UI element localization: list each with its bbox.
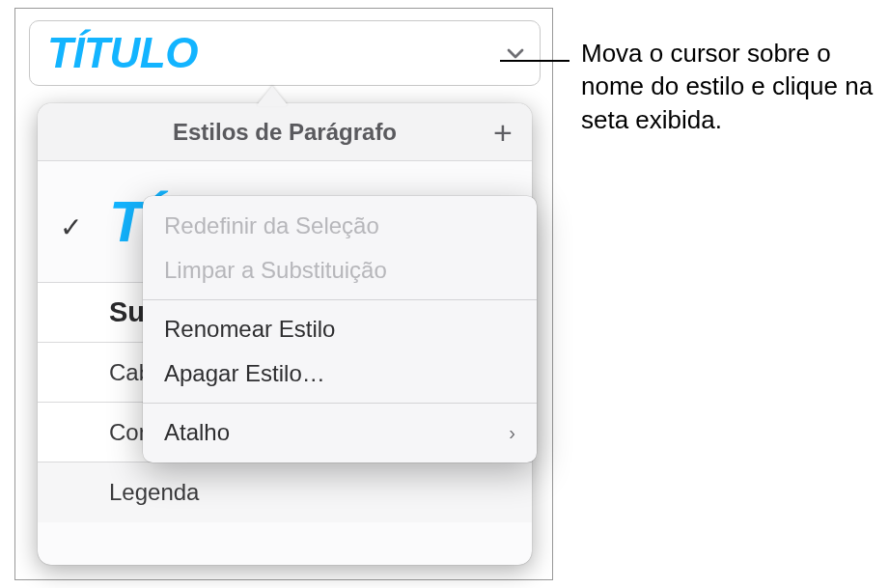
menu-redefine-from-selection: Redefinir da Seleção — [143, 204, 537, 248]
menu-clear-override: Limpar a Substituição — [143, 248, 537, 293]
menu-label: Renomear Estilo — [164, 316, 335, 343]
style-name-label: Legenda — [109, 479, 199, 506]
paragraph-style-selector[interactable]: TÍTULO — [29, 20, 541, 86]
check-icon: ✓ — [60, 211, 82, 243]
menu-label: Redefinir da Seleção — [164, 212, 379, 239]
popover-title: Estilos de Parágrafo — [173, 119, 397, 146]
callout-leader-line — [500, 60, 570, 62]
menu-rename-style[interactable]: Renomear Estilo — [143, 307, 537, 351]
chevron-down-icon[interactable] — [503, 41, 528, 66]
selected-style-name: TÍTULO — [47, 29, 503, 77]
callout-annotation: Mova o cursor sobre o nome do estilo e c… — [581, 37, 880, 136]
menu-separator — [143, 299, 537, 300]
menu-delete-style[interactable]: Apagar Estilo… — [143, 351, 537, 396]
popover-header: Estilos de Parágrafo + — [38, 103, 532, 161]
style-row-legenda[interactable]: Legenda — [38, 462, 532, 522]
menu-label: Apagar Estilo… — [164, 360, 325, 387]
popover-caret — [257, 86, 288, 105]
menu-separator — [143, 403, 537, 404]
menu-shortcut[interactable]: Atalho › — [143, 410, 537, 455]
menu-label: Atalho — [164, 419, 230, 446]
menu-label: Limpar a Substituição — [164, 257, 387, 284]
style-context-menu: Redefinir da Seleção Limpar a Substituiç… — [143, 196, 537, 462]
add-style-button[interactable]: + — [487, 117, 518, 148]
chevron-right-icon: › — [509, 422, 515, 444]
panel-frame: TÍTULO Estilos de Parágrafo + TÍTULO Sul… — [14, 8, 553, 580]
